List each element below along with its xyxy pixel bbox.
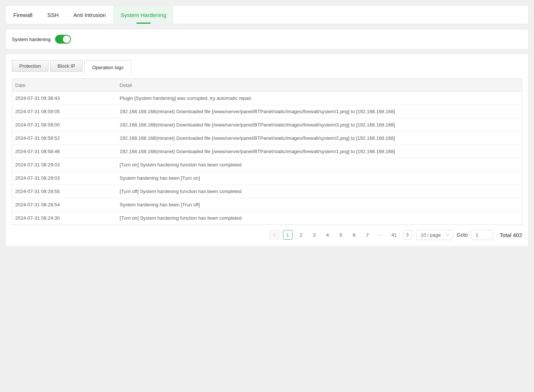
log-detail: [Turn off] System hardening function has… — [117, 185, 522, 198]
column-header-detail: Detail — [117, 79, 522, 92]
tab-anti-intrusion[interactable]: Anti Intrusion — [66, 6, 114, 24]
subtab-operation-logs[interactable]: Operation logs — [84, 60, 131, 74]
table-row: 2024-07-31 08:29:03 System hardening has… — [12, 172, 522, 185]
log-date: 2024-07-31 08:24:30 — [12, 212, 117, 225]
table-row: 2024-07-31 08:29:03 [Turn on] System har… — [12, 158, 522, 172]
goto-page-input[interactable] — [472, 230, 493, 240]
page-number-41[interactable]: 41 — [389, 230, 399, 240]
log-date: 2024-07-31 08:58:52 — [12, 132, 117, 145]
table-row: 2024-07-31 09:36:43 Plugin [System harde… — [12, 92, 522, 105]
log-detail: 192.168.168.168(intranet) Downloaded fil… — [117, 105, 522, 118]
table-row: 2024-07-31 08:28:54 System hardening has… — [12, 198, 522, 212]
page-size-select[interactable]: 10 / page — [416, 230, 453, 240]
log-date: 2024-07-31 08:59:00 — [12, 118, 117, 132]
toggle-knob — [63, 36, 70, 43]
log-date: 2024-07-31 08:28:54 — [12, 198, 117, 212]
page-number-4[interactable]: 4 — [323, 230, 332, 240]
page-number-6[interactable]: 6 — [349, 230, 359, 240]
table-row: 2024-07-31 08:24:30 [Turn on] System har… — [12, 212, 522, 225]
main-card: Protection Block IP Operation logs Date … — [6, 54, 528, 246]
top-tabbar: Firewall SSH Anti Intrusion System Harde… — [6, 6, 528, 24]
log-detail: [Turn on] System hardening function has … — [117, 212, 522, 225]
table-row: 2024-07-31 08:28:55 [Turn off] System ha… — [12, 185, 522, 198]
hardening-toggle[interactable] — [55, 35, 71, 44]
table-row: 2024-07-31 08:58:46 192.168.168.168(intr… — [12, 145, 522, 158]
page-number-2[interactable]: 2 — [296, 230, 306, 240]
pagination: 1 2 3 4 5 6 7 ··· 41 10 / page Goto T — [12, 230, 522, 240]
log-detail: 192.168.168.168(intranet) Downloaded fil… — [117, 118, 522, 132]
log-detail: System hardening has been [Turn on] — [117, 172, 522, 185]
hardening-label: System hardening — [12, 37, 51, 42]
log-date: 2024-07-31 08:29:03 — [12, 158, 117, 172]
log-date: 2024-07-31 08:29:03 — [12, 172, 117, 185]
tab-system-hardening[interactable]: System Hardening — [113, 6, 173, 24]
goto-label: Goto — [457, 232, 468, 238]
log-date: 2024-07-31 09:36:43 — [12, 92, 117, 105]
subtab-block-ip[interactable]: Block IP — [50, 60, 83, 72]
log-detail: 192.168.168.168(intranet) Downloaded fil… — [117, 145, 522, 158]
page-size-value: 10 / page — [421, 232, 441, 238]
log-date: 2024-07-31 08:28:55 — [12, 185, 117, 198]
table-row: 2024-07-31 08:59:05 192.168.168.168(intr… — [12, 105, 522, 118]
log-detail: [Turn on] System hardening function has … — [117, 158, 522, 172]
tab-firewall[interactable]: Firewall — [6, 6, 40, 24]
sub-tabbar: Protection Block IP Operation logs — [12, 60, 522, 74]
chevron-left-icon — [273, 233, 276, 237]
page-number-7[interactable]: 7 — [363, 230, 372, 240]
page-root: Firewall SSH Anti Intrusion System Harde… — [0, 0, 534, 246]
table-header-row: Date Detail — [12, 79, 522, 92]
hardening-toggle-bar: System hardening — [6, 30, 528, 49]
prev-page-button[interactable] — [270, 230, 279, 240]
column-header-date: Date — [12, 79, 117, 92]
next-page-button[interactable] — [403, 230, 412, 240]
page-number-1[interactable]: 1 — [283, 230, 293, 240]
subtab-protection[interactable]: Protection — [12, 60, 48, 72]
total-count: Total 402 — [500, 232, 522, 238]
table-row: 2024-07-31 08:58:52 192.168.168.168(intr… — [12, 132, 522, 145]
log-detail: Plugin [System hardening] was corrupted,… — [117, 92, 522, 105]
page-number-5[interactable]: 5 — [336, 230, 346, 240]
log-date: 2024-07-31 08:59:05 — [12, 105, 117, 118]
log-date: 2024-07-31 08:58:46 — [12, 145, 117, 158]
page-number-3[interactable]: 3 — [310, 230, 319, 240]
chevron-right-icon — [406, 233, 409, 237]
operation-logs-table: Date Detail 2024-07-31 09:36:43 Plugin [… — [12, 78, 522, 225]
log-detail: 192.168.168.168(intranet) Downloaded fil… — [117, 132, 522, 145]
page-ellipsis[interactable]: ··· — [376, 232, 386, 237]
log-detail: System hardening has been [Trun off] — [117, 198, 522, 212]
tab-ssh[interactable]: SSH — [40, 6, 66, 24]
table-row: 2024-07-31 08:59:00 192.168.168.168(intr… — [12, 118, 522, 132]
chevron-down-icon — [446, 234, 450, 236]
